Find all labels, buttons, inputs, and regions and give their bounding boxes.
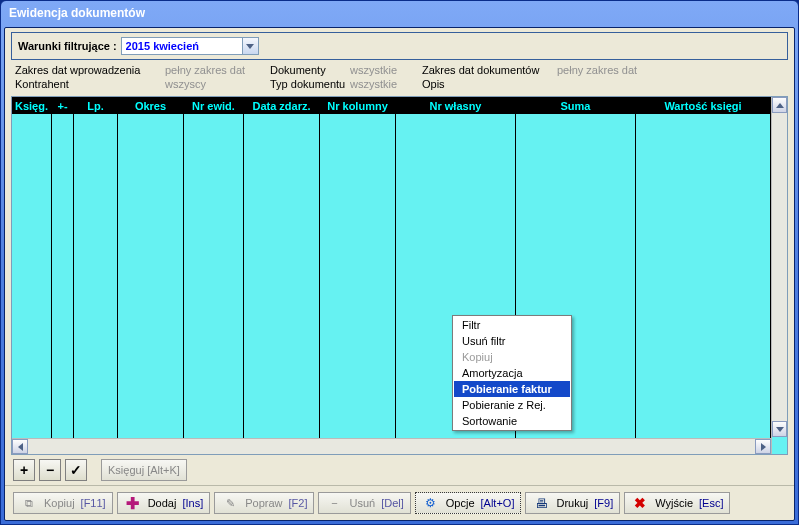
close-icon: ✖ (631, 494, 649, 512)
documents-label: Dokumenty (270, 64, 350, 76)
col-nrewid[interactable]: Nr ewid. (184, 97, 244, 114)
scroll-right-button[interactable] (755, 439, 771, 454)
kopiuj-button: ⧉ Kopiuj [F11] (13, 492, 113, 514)
filter-summary: Zakres dat wprowadzenia pełny zakres dat… (15, 64, 784, 90)
menu-amortyzacja[interactable]: Amortyzacja (454, 365, 570, 381)
date-range-docs-label: Zakres dat dokumentów (422, 64, 557, 76)
printer-icon: 🖶 (532, 494, 550, 512)
menu-usun-filtr[interactable]: Usuń filtr (454, 333, 570, 349)
scroll-up-button[interactable] (772, 97, 787, 113)
window: Ewidencja dokumentów Warunki filtrujące … (0, 0, 799, 525)
client-area: Warunki filtrujące : Zakres dat wprowadz… (4, 27, 795, 521)
description-value (557, 78, 667, 90)
remove-record-button[interactable]: − (39, 459, 61, 481)
contractor-value: wszyscy (165, 78, 270, 90)
data-grid[interactable]: Księg. +- Lp. Okres Nr ewid. Data zdarz.… (11, 96, 788, 455)
window-title: Ewidencja dokumentów (9, 6, 145, 20)
edit-icon: ✎ (221, 494, 239, 512)
record-toolbar: + − ✓ Księguj [Alt+K] (13, 459, 786, 481)
filter-bar: Warunki filtrujące : (11, 32, 788, 60)
description-label: Opis (422, 78, 557, 90)
chevron-down-icon (776, 427, 784, 432)
plus-icon: ✚ (124, 494, 142, 512)
menu-pobieranie-faktur[interactable]: Pobieranie faktur (454, 381, 570, 397)
popraw-button: ✎ Popraw [F2] (214, 492, 314, 514)
col-ksieg[interactable]: Księg. (12, 97, 52, 114)
copy-icon: ⧉ (20, 494, 38, 512)
chevron-up-icon (776, 103, 784, 108)
date-range-entry-label: Zakres dat wprowadzenia (15, 64, 165, 76)
gear-icon: ⚙ (422, 494, 440, 512)
ksieguj-label: Księguj [Alt+K] (108, 464, 180, 476)
dodaj-button[interactable]: ✚ Dodaj [Ins] (117, 492, 211, 514)
period-combo[interactable] (121, 37, 259, 55)
add-record-button[interactable]: + (13, 459, 35, 481)
col-lp[interactable]: Lp. (74, 97, 118, 114)
minus-icon: − (325, 494, 343, 512)
drukuj-button[interactable]: 🖶 Drukuj [F9] (525, 492, 620, 514)
col-okres[interactable]: Okres (118, 97, 184, 114)
doc-type-label: Typ dokumentu (270, 78, 350, 90)
menu-kopiuj: Kopiuj (454, 349, 570, 365)
context-menu[interactable]: Filtr Usuń filtr Kopiuj Amortyzacja Pobi… (452, 315, 572, 431)
menu-sortowanie[interactable]: Sortowanie (454, 413, 570, 429)
period-input[interactable] (122, 38, 242, 54)
col-suma[interactable]: Suma (516, 97, 636, 114)
col-data[interactable]: Data zdarz. (244, 97, 320, 114)
opcje-button[interactable]: ⚙ Opcje[Alt+O] (415, 492, 522, 514)
scroll-left-button[interactable] (12, 439, 28, 454)
date-range-entry-value: pełny zakres dat (165, 64, 270, 76)
filter-label: Warunki filtrujące : (18, 40, 117, 52)
horizontal-scrollbar[interactable] (12, 438, 771, 454)
contractor-label: Kontrahent (15, 78, 165, 90)
menu-filtr[interactable]: Filtr (454, 317, 570, 333)
dropdown-button[interactable] (242, 38, 258, 54)
scroll-down-button[interactable] (772, 421, 787, 437)
titlebar[interactable]: Ewidencja dokumentów (1, 1, 798, 27)
date-range-docs-value: pełny zakres dat (557, 64, 667, 76)
chevron-right-icon (761, 443, 766, 451)
col-nrkol[interactable]: Nr kolumny (320, 97, 396, 114)
vertical-scrollbar[interactable] (771, 97, 787, 454)
col-wartosc[interactable]: Wartość księgi (636, 97, 771, 114)
col-pm[interactable]: +- (52, 97, 74, 114)
wyjscie-button[interactable]: ✖ Wyjście [Esc] (624, 492, 730, 514)
commit-record-button[interactable]: ✓ (65, 459, 87, 481)
chevron-left-icon (18, 443, 23, 451)
documents-value: wszystkie (350, 64, 422, 76)
col-nrwlasny[interactable]: Nr własny (396, 97, 516, 114)
chevron-down-icon (246, 44, 254, 49)
footer-toolbar: ⧉ Kopiuj [F11] ✚ Dodaj [Ins] ✎ Popraw [F… (5, 485, 794, 520)
usun-button: − Usuń [Del] (318, 492, 410, 514)
grid-header: Księg. +- Lp. Okres Nr ewid. Data zdarz.… (12, 97, 771, 114)
ksieguj-button: Księguj [Alt+K] (101, 459, 187, 481)
doc-type-value: wszystkie (350, 78, 422, 90)
scrollbar-corner (772, 437, 787, 454)
menu-pobieranie-rej[interactable]: Pobieranie z Rej. (454, 397, 570, 413)
grid-body[interactable]: Filtr Usuń filtr Kopiuj Amortyzacja Pobi… (12, 114, 771, 438)
